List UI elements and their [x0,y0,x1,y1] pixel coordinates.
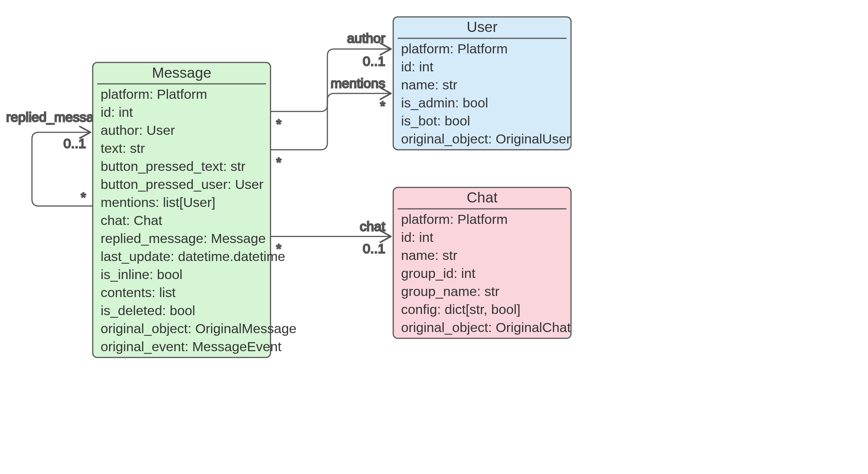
class-box-user: User platform: Platform id: int name: st… [393,17,571,150]
edge-label: mentions [330,75,385,91]
class-attr: name: str [401,248,457,263]
class-title: Message [152,65,211,81]
edge-multiplicity-dst: 0..1 [363,241,385,256]
class-attr: chat: Chat [101,213,162,228]
class-attr: original_event: MessageEvent [101,339,282,354]
class-box-message: Message platform: Platform id: int autho… [93,62,297,357]
edge-multiplicity-dst: 0..1 [363,53,385,69]
class-attr: name: str [401,77,457,92]
class-attr: is_admin: bool [401,95,488,110]
class-title: Chat [467,189,497,205]
class-attr: is_bot: bool [401,113,470,128]
class-attr: is_inline: bool [101,267,182,282]
class-attr: replied_message: Message [101,231,266,246]
class-attr: platform: Platform [401,211,508,227]
class-attr: original_object: OriginalMessage [101,321,297,336]
class-attr: platform: Platform [401,41,508,56]
edge-multiplicity-dst: * [380,98,385,113]
edge-chat: chat 0..1 * [271,219,391,257]
edge-mentions: mentions * * [271,75,391,170]
edge-multiplicity-src: * [81,189,86,205]
class-attr: id: int [101,104,133,120]
edge-label: author [347,30,385,46]
class-attr: author: User [101,122,175,138]
edge-multiplicity-src: * [276,154,282,170]
class-attr: config: dict[str, bool] [401,302,520,317]
class-attr: mentions: list[User] [101,195,215,210]
class-title: User [467,19,497,35]
edge-multiplicity-src: * [276,116,282,131]
class-attr: id: int [401,229,433,245]
uml-diagram: replied_message 0..1 * author 0..1 * men… [0,0,868,474]
class-attr: last_update: datetime.datetime [101,249,285,264]
class-box-chat: Chat platform: Platform id: int name: st… [393,187,571,338]
class-attr: is_deleted: bool [101,303,195,318]
class-attr: group_id: int [401,266,475,281]
class-attr: original_object: OriginalUser [401,131,571,146]
class-attr: text: str [101,140,145,156]
class-attr: group_name: str [401,284,499,299]
class-attr: button_pressed_user: User [101,177,264,192]
class-attr: contents: list [101,285,176,300]
edge-label: chat [360,219,385,234]
class-attr: button_pressed_text: str [101,159,246,174]
class-attr: original_object: OriginalChat [401,320,571,335]
class-attr: platform: Platform [101,86,207,102]
class-attr: id: int [401,59,433,74]
edge-multiplicity-dst: 0..1 [63,136,86,151]
